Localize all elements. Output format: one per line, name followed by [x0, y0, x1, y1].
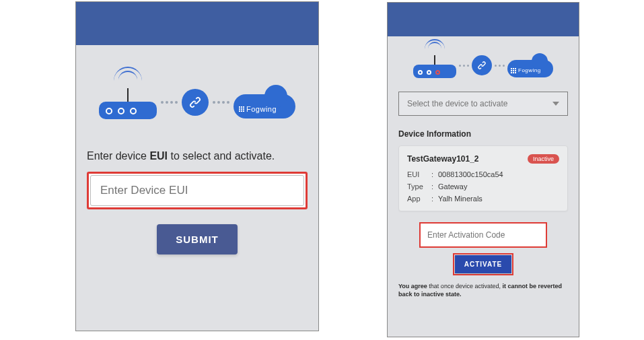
brand-label: Fogwing — [246, 105, 277, 113]
activate-button-highlight: ACTIVATE — [453, 253, 513, 275]
device-icon — [413, 53, 456, 78]
connector-dots-icon — [213, 101, 229, 104]
eui-value: 00881300c150ca54 — [438, 170, 559, 178]
enter-eui-panel: Fogwing Enter device EUI to select and a… — [75, 1, 319, 331]
app-value: Yalh Minerals — [438, 195, 559, 203]
connector-dots-icon — [161, 101, 178, 104]
eui-input-highlight — [87, 172, 308, 209]
cloud-icon: Fogwing — [234, 86, 295, 118]
activation-code-input[interactable] — [422, 225, 544, 245]
instruction-post: to select and activate. — [168, 150, 275, 162]
type-label: Type — [407, 182, 431, 191]
type-value: Gateway — [438, 182, 559, 191]
activate-button[interactable]: ACTIVATE — [455, 255, 511, 273]
link-icon — [472, 55, 492, 75]
device-eui-input[interactable] — [90, 175, 304, 206]
instruction-bold: EUI — [149, 150, 168, 162]
disclaimer-mid: that once device activated, — [429, 283, 502, 290]
app-label: App — [407, 195, 431, 203]
hero-illustration: Fogwing — [76, 86, 318, 119]
disclaimer-text: You agree that once device activated, it… — [398, 282, 568, 298]
disclaimer-pre: You agree — [398, 283, 429, 290]
connector-dots-icon — [495, 65, 505, 67]
submit-button[interactable]: SUBMIT — [157, 224, 238, 254]
device-select-placeholder: Select the device to activate — [407, 99, 507, 108]
status-badge: Inactive — [528, 154, 559, 164]
device-select-dropdown[interactable]: Select the device to activate — [398, 92, 568, 116]
hero-illustration: Fogwing — [388, 53, 579, 78]
brand-label: Fogwing — [518, 67, 541, 73]
activate-device-panel: Fogwing Select the device to activate De… — [387, 2, 579, 337]
device-info-card: TestGateway101_2 Inactive EUI : 00881300… — [398, 145, 568, 211]
link-icon — [182, 89, 209, 116]
chevron-down-icon — [552, 102, 559, 106]
device-name: TestGateway101_2 — [407, 154, 479, 164]
eui-label: EUI — [407, 170, 431, 178]
cloud-icon: Fogwing — [507, 53, 553, 77]
panel-header — [76, 2, 318, 45]
instruction-pre: Enter device — [87, 150, 149, 162]
device-info-title: Device Information — [398, 129, 568, 139]
device-icon — [99, 86, 157, 119]
instruction-text: Enter device EUI to select and activate. — [87, 150, 308, 162]
panel-header — [388, 3, 579, 36]
activation-input-highlight — [419, 222, 547, 248]
connector-dots-icon — [459, 65, 469, 67]
